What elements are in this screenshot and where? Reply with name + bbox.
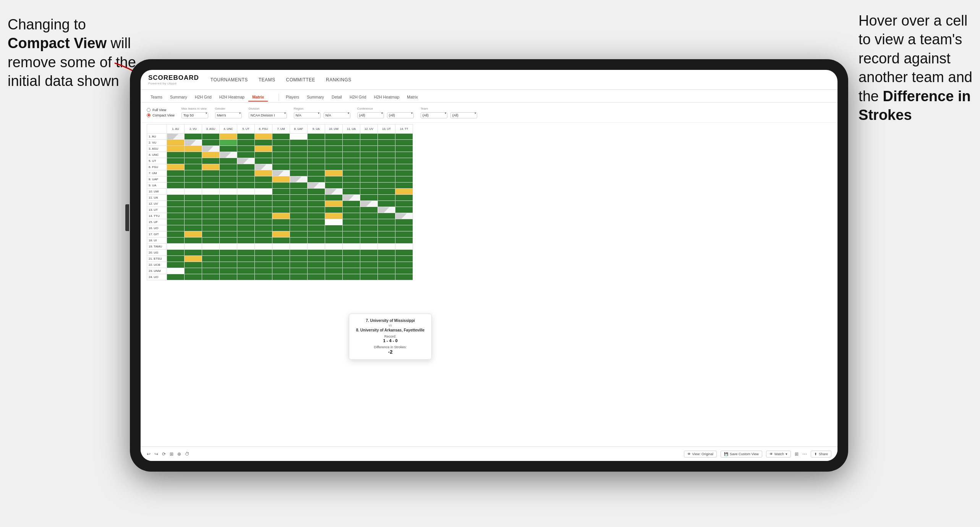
matrix-cell[interactable] — [325, 250, 343, 256]
matrix-cell[interactable] — [220, 219, 237, 225]
matrix-cell[interactable] — [255, 231, 272, 238]
matrix-cell[interactable] — [308, 195, 325, 201]
matrix-cell[interactable] — [202, 250, 220, 256]
matrix-cell[interactable] — [325, 201, 343, 207]
matrix-cell[interactable] — [343, 170, 360, 176]
matrix-cell[interactable] — [378, 146, 395, 152]
sub-tab-teams[interactable]: Teams — [147, 93, 166, 102]
matrix-cell[interactable] — [185, 170, 202, 176]
matrix-cell[interactable] — [395, 256, 413, 262]
matrix-cell[interactable] — [185, 213, 202, 219]
matrix-cell[interactable] — [343, 183, 360, 189]
matrix-cell[interactable] — [360, 213, 378, 219]
matrix-cell[interactable] — [325, 244, 343, 250]
matrix-cell[interactable] — [255, 152, 272, 158]
matrix-cell[interactable] — [395, 134, 413, 140]
sub-tab-summary[interactable]: Summary — [166, 93, 191, 102]
matrix-cell[interactable] — [378, 189, 395, 195]
redo-icon[interactable]: ↪ — [154, 451, 158, 457]
matrix-cell[interactable] — [378, 152, 395, 158]
matrix-cell[interactable] — [237, 238, 255, 244]
matrix-cell[interactable] — [360, 244, 378, 250]
matrix-cell[interactable] — [290, 256, 308, 262]
matrix-cell[interactable] — [237, 262, 255, 268]
matrix-cell[interactable] — [325, 207, 343, 213]
matrix-cell[interactable] — [255, 170, 272, 176]
matrix-cell[interactable] — [167, 262, 185, 268]
matrix-cell[interactable] — [272, 146, 290, 152]
matrix-cell[interactable] — [360, 140, 378, 146]
matrix-cell[interactable] — [325, 262, 343, 268]
matrix-cell[interactable] — [308, 176, 325, 183]
matrix-cell[interactable] — [272, 170, 290, 176]
matrix-cell[interactable] — [272, 176, 290, 183]
matrix-cell[interactable] — [220, 152, 237, 158]
matrix-cell[interactable] — [202, 238, 220, 244]
matrix-cell[interactable] — [202, 195, 220, 201]
matrix-cell[interactable] — [202, 152, 220, 158]
matrix-cell[interactable] — [255, 274, 272, 280]
matrix-cell[interactable] — [255, 225, 272, 231]
matrix-cell[interactable] — [360, 262, 378, 268]
matrix-cell[interactable] — [167, 134, 185, 140]
matrix-cell[interactable] — [325, 158, 343, 164]
matrix-cell[interactable] — [308, 152, 325, 158]
matrix-cell[interactable] — [272, 183, 290, 189]
matrix-cell[interactable] — [185, 256, 202, 262]
matrix-cell[interactable] — [185, 134, 202, 140]
matrix-cell[interactable] — [272, 250, 290, 256]
clock-icon[interactable]: ⏱ — [185, 451, 190, 457]
matrix-cell[interactable] — [272, 152, 290, 158]
matrix-cell[interactable] — [255, 238, 272, 244]
matrix-cell[interactable] — [378, 238, 395, 244]
matrix-cell[interactable] — [185, 250, 202, 256]
matrix-cell[interactable] — [360, 170, 378, 176]
matrix-cell[interactable] — [272, 219, 290, 225]
sub-tab-h2h-heatmap[interactable]: H2H Heatmap — [215, 93, 249, 102]
matrix-cell[interactable] — [202, 189, 220, 195]
matrix-cell[interactable] — [290, 170, 308, 176]
matrix-cell[interactable] — [290, 238, 308, 244]
matrix-cell[interactable] — [255, 183, 272, 189]
matrix-cell[interactable] — [167, 231, 185, 238]
matrix-cell[interactable] — [378, 244, 395, 250]
matrix-cell[interactable] — [237, 183, 255, 189]
refresh-icon[interactable]: ⟳ — [162, 451, 166, 457]
matrix-cell[interactable] — [325, 140, 343, 146]
matrix-cell[interactable] — [343, 189, 360, 195]
matrix-cell[interactable] — [308, 238, 325, 244]
matrix-cell[interactable] — [167, 213, 185, 219]
matrix-cell[interactable] — [255, 207, 272, 213]
zoom-in-icon[interactable]: ⊕ — [177, 451, 181, 457]
matrix-cell[interactable] — [202, 219, 220, 225]
matrix-cell[interactable] — [202, 146, 220, 152]
matrix-cell[interactable] — [395, 189, 413, 195]
matrix-cell[interactable] — [308, 140, 325, 146]
matrix-cell[interactable] — [272, 189, 290, 195]
matrix-cell[interactable] — [237, 207, 255, 213]
matrix-cell[interactable] — [360, 225, 378, 231]
matrix-cell[interactable] — [255, 146, 272, 152]
matrix-cell[interactable] — [360, 256, 378, 262]
filter-max-teams-select[interactable]: Top 50 — [181, 112, 208, 118]
matrix-cell[interactable] — [185, 262, 202, 268]
matrix-cell[interactable] — [272, 195, 290, 201]
matrix-cell[interactable] — [237, 158, 255, 164]
matrix-cell[interactable] — [290, 189, 308, 195]
matrix-cell[interactable] — [378, 158, 395, 164]
radio-compact-view[interactable]: Compact View — [147, 113, 175, 117]
matrix-cell[interactable] — [220, 262, 237, 268]
matrix-cell[interactable] — [308, 207, 325, 213]
matrix-cell[interactable] — [255, 164, 272, 170]
matrix-cell[interactable] — [360, 250, 378, 256]
matrix-cell[interactable] — [167, 219, 185, 225]
matrix-cell[interactable] — [202, 262, 220, 268]
matrix-cell[interactable] — [343, 268, 360, 274]
matrix-cell[interactable] — [290, 274, 308, 280]
matrix-cell[interactable] — [237, 244, 255, 250]
matrix-cell[interactable] — [220, 268, 237, 274]
matrix-cell[interactable] — [220, 134, 237, 140]
matrix-cell[interactable] — [202, 176, 220, 183]
matrix-cell[interactable] — [395, 207, 413, 213]
matrix-cell[interactable] — [202, 134, 220, 140]
